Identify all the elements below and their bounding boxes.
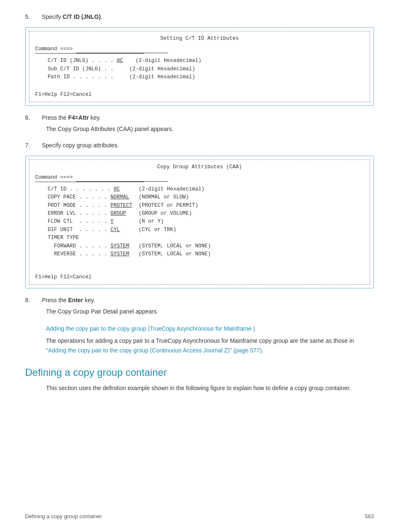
terminal-cmd-label-1: Command ===> bbox=[35, 45, 144, 54]
terminal-line-2-8: FORWARD . . . . . SYSTEM (SYSTEM, LOCAL … bbox=[35, 242, 364, 250]
prot-mode-value: PROTECT bbox=[110, 203, 133, 208]
reverse-value: SYSTEM bbox=[110, 251, 129, 257]
forward-value: SYSTEM bbox=[110, 243, 129, 249]
step-8-text: Press the Enter key. bbox=[42, 296, 95, 305]
step-6-number: 6. bbox=[25, 114, 42, 121]
terminal-cmd-1: Command ===> bbox=[35, 45, 364, 54]
terminal-title-2: Copy Group Attributes (CAA) bbox=[35, 164, 364, 170]
ct-id-value-2: 0C bbox=[114, 186, 120, 192]
terminal-line-2-4: ERROR LVL . . . . . GROUP (GROUP or VOLU… bbox=[35, 210, 364, 218]
sub-section-para: The operations for adding a copy pair to… bbox=[46, 336, 374, 355]
step-6-bold: F4=Attr bbox=[68, 114, 89, 121]
terminal-line-2-5: FLOW CTL . . . . . Y (N or Y) bbox=[35, 218, 364, 226]
terminal-cmd-label-2: Command ===> bbox=[35, 173, 144, 182]
terminal-footer-2: F1=Help F12=Cancel bbox=[35, 274, 364, 280]
step-6-block: 6. Press the F4=Attr key. The Copy Group… bbox=[25, 113, 374, 134]
terminal-inner-2: Copy Group Attributes (CAA) Command ===>… bbox=[29, 159, 370, 285]
terminal-line-1-3: Path ID . . . . . . . (2-digit Hexadecim… bbox=[35, 73, 364, 81]
footer-right: 583 bbox=[365, 513, 374, 519]
copy-pace-value: NORMAL bbox=[110, 194, 129, 200]
step-7-text: Specify copy group attributes. bbox=[42, 141, 119, 150]
step-7-number: 7. bbox=[25, 142, 42, 149]
terminal-line-1-2: Sub C/T ID (JNLG) . . (2-digit Hexadecim… bbox=[35, 65, 364, 73]
terminal-footer-1: F1=Help F12=Cancel bbox=[35, 92, 364, 98]
error-lvl-value: GROUP bbox=[110, 211, 126, 216]
terminal-line-2-3: PROT MODE . . . . . PROTECT (PROTECT or … bbox=[35, 202, 364, 210]
terminal-inner-1: Setting C/T ID Attributes Command ===> C… bbox=[29, 31, 370, 102]
terminal-cmd-2: Command ===> bbox=[35, 173, 364, 182]
dif-unit-value: CYL bbox=[110, 227, 120, 233]
step-8-block: 8. Press the Enter key. The Copy Group P… bbox=[25, 296, 374, 316]
step-8-bold: Enter bbox=[68, 297, 83, 303]
sub-section-para-text: The operations for adding a copy pair to… bbox=[46, 337, 354, 344]
step-6-text: Press the F4=Attr key. bbox=[42, 113, 101, 122]
sub-section-para-end: . bbox=[262, 347, 263, 354]
step-5-bold: C/T ID (JNLG) bbox=[63, 13, 101, 20]
terminal-line-1-1: C/T ID (JNLG) . . . . 0C (2-digit Hexade… bbox=[35, 57, 364, 65]
step-5-number: 5. bbox=[25, 13, 42, 20]
step-8-number: 8. bbox=[25, 297, 42, 303]
terminal-box-1: Setting C/T ID Attributes Command ===> C… bbox=[25, 27, 374, 106]
terminal-line-2-6: DIF UNIT . . . . . CYL (CYL or TRK) bbox=[35, 226, 364, 234]
terminal-line-2-7: TIMER TYPE bbox=[35, 234, 364, 242]
terminal-box-2: Copy Group Attributes (CAA) Command ===>… bbox=[25, 156, 374, 289]
sub-section-link[interactable]: "Adding the copy pair to the copy group … bbox=[46, 347, 262, 354]
ct-id-value-1: 0C bbox=[117, 58, 123, 64]
terminal-title-1: Setting C/T ID Attributes bbox=[35, 36, 364, 41]
footer-left: Defining a copy group container bbox=[25, 513, 102, 519]
main-section-para: This section uses the definition example… bbox=[46, 383, 374, 393]
terminal-line-2-1: C/T ID . . . . . . . 0C (2-digit Hexadec… bbox=[35, 185, 364, 193]
step-5-block: 5. Specify C/T ID (JNLG). Setting C/T ID… bbox=[25, 13, 374, 106]
step-7-block: 7. Specify copy group attributes. Copy G… bbox=[25, 141, 374, 289]
step-6-sub: The Copy Group Attributes (CAA) panel ap… bbox=[46, 125, 374, 134]
main-section-heading: Defining a copy group container bbox=[25, 367, 374, 378]
terminal-line-2-9: REVERSE . . . . . SYSTEM (SYSTEM, LOCAL … bbox=[35, 250, 364, 258]
flow-ctl-value: Y bbox=[110, 218, 114, 224]
terminal-line-2-2: COPY PACE . . . . . NORMAL (NORMAL or SL… bbox=[35, 193, 364, 201]
step-8-sub: The Copy Group Pair Detail panel appears… bbox=[46, 307, 374, 316]
sub-section-heading: Adding the copy pair to the copy group (… bbox=[46, 325, 374, 332]
step-5-text: Specify C/T ID (JNLG). bbox=[42, 13, 102, 21]
